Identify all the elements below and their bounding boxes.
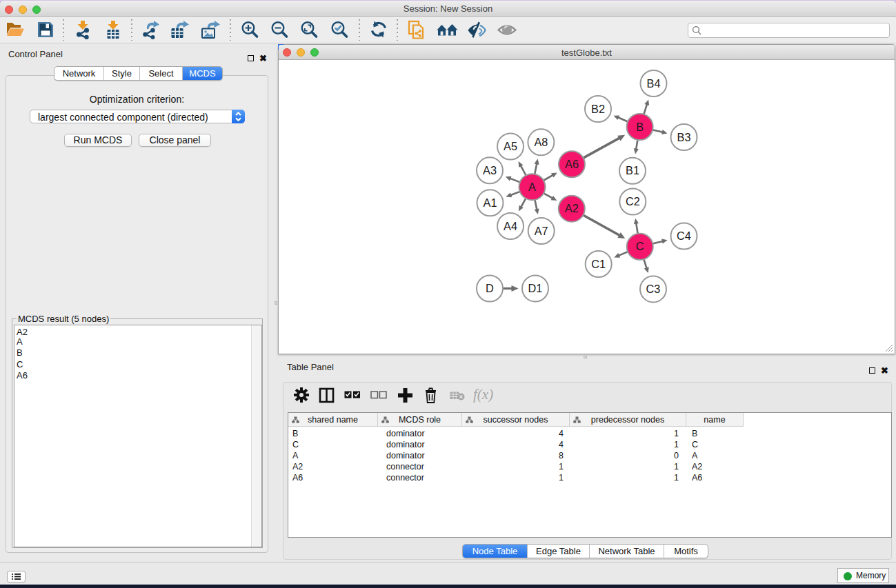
svg-text:C: C [636, 240, 644, 252]
svg-text:A4: A4 [504, 220, 517, 232]
svg-text:C3: C3 [646, 283, 661, 295]
svg-text:A3: A3 [483, 164, 497, 176]
svg-text:B2: B2 [591, 103, 605, 115]
svg-text:C1: C1 [591, 258, 606, 270]
svg-text:B3: B3 [677, 131, 691, 143]
svg-text:C4: C4 [677, 230, 691, 242]
svg-text:A6: A6 [565, 158, 579, 170]
svg-text:D1: D1 [528, 282, 543, 294]
svg-text:A5: A5 [504, 140, 517, 152]
svg-text:B4: B4 [647, 77, 661, 90]
svg-text:D: D [486, 282, 494, 294]
svg-text:A7: A7 [535, 225, 548, 237]
svg-text:B: B [636, 121, 644, 133]
svg-text:B1: B1 [626, 164, 639, 176]
svg-text:A1: A1 [484, 196, 497, 209]
svg-text:A: A [528, 181, 536, 193]
svg-text:C2: C2 [626, 195, 640, 207]
svg-text:A8: A8 [534, 136, 548, 148]
svg-text:A2: A2 [565, 202, 579, 214]
